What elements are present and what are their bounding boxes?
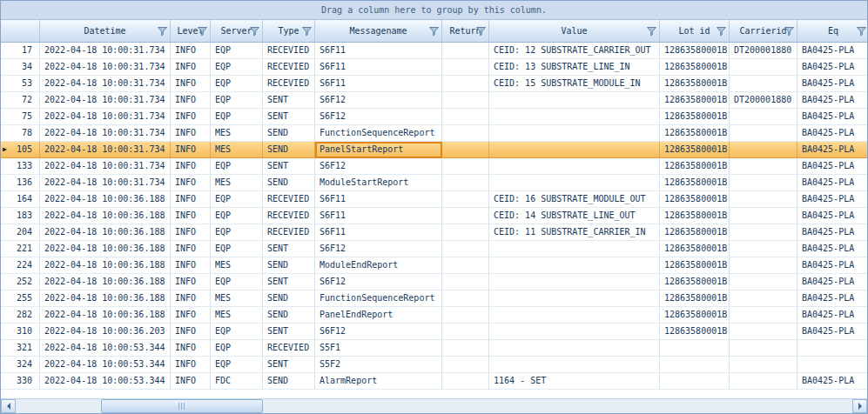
cell-id[interactable]: 72 <box>1 92 40 109</box>
cell-level[interactable]: INFO <box>171 125 211 142</box>
cell-eq[interactable]: BA0425-PLA <box>797 125 867 142</box>
table-row[interactable]: 3302022-04-18 10:00:53.344INFOFDCSENDAla… <box>1 373 867 390</box>
cell-lotid[interactable]: 12863580001B <box>660 191 730 208</box>
cell-id[interactable]: 183 <box>1 208 40 224</box>
cell-datetime[interactable]: 2022-04-18 10:00:53.344 <box>40 340 171 357</box>
cell-id[interactable]: ▶105 <box>1 142 40 158</box>
table-row[interactable]: 1332022-04-18 10:00:31.734INFOEQPSENTS6F… <box>1 158 867 175</box>
cell-ret[interactable] <box>442 373 489 390</box>
cell-level[interactable]: INFO <box>171 307 211 324</box>
cell-message[interactable]: S6F12 <box>315 92 442 109</box>
cell-level[interactable]: INFO <box>171 158 211 175</box>
cell-carrierid[interactable] <box>730 59 797 76</box>
cell-message[interactable]: S6F11 <box>315 191 442 208</box>
table-row[interactable]: 722022-04-18 10:00:31.734INFOEQPSENTS6F1… <box>1 92 867 109</box>
cell-eq[interactable] <box>797 340 867 357</box>
cell-value[interactable] <box>489 257 660 274</box>
filter-funnel-icon[interactable] <box>428 26 440 37</box>
cell-level[interactable]: INFO <box>171 373 211 390</box>
filter-funnel-icon[interactable] <box>157 26 168 37</box>
cell-type[interactable]: RECEVIED <box>263 59 315 76</box>
cell-server[interactable]: EQP <box>211 59 263 76</box>
cell-carrierid[interactable] <box>730 257 797 274</box>
cell-level[interactable]: INFO <box>171 224 211 241</box>
cell-value[interactable] <box>489 307 660 324</box>
cell-datetime[interactable]: 2022-04-18 10:00:36.188 <box>40 257 171 274</box>
cell-value[interactable] <box>489 357 660 373</box>
table-row[interactable]: 2522022-04-18 10:00:36.188INFOEQPSENTS6F… <box>1 274 867 290</box>
cell-datetime[interactable]: 2022-04-18 10:00:31.734 <box>40 92 171 109</box>
cell-datetime[interactable]: 2022-04-18 10:00:36.188 <box>40 274 171 290</box>
cell-level[interactable]: INFO <box>171 290 211 307</box>
cell-lotid[interactable]: 12863580001B <box>660 208 730 224</box>
cell-ret[interactable] <box>442 109 489 125</box>
cell-server[interactable]: EQP <box>211 109 263 125</box>
filter-funnel-icon[interactable] <box>716 26 727 37</box>
cell-server[interactable]: MES <box>211 175 263 191</box>
table-row[interactable]: 342022-04-18 10:00:31.734INFOEQPRECEVIED… <box>1 59 867 76</box>
cell-carrierid[interactable] <box>730 307 797 324</box>
cell-ret[interactable] <box>442 241 489 257</box>
cell-carrierid[interactable] <box>730 158 797 175</box>
cell-message[interactable]: S6F11 <box>315 76 442 92</box>
column-header-ret[interactable]: Return <box>442 20 489 42</box>
cell-server[interactable]: EQP <box>211 43 263 59</box>
cell-eq[interactable]: BA0425-PLA <box>797 224 867 241</box>
filter-funnel-icon[interactable] <box>646 26 657 37</box>
cell-value[interactable]: 1164 - SET <box>489 373 660 390</box>
cell-type[interactable]: SEND <box>263 257 315 274</box>
cell-ret[interactable] <box>442 208 489 224</box>
scrollbar-thumb[interactable] <box>101 399 263 413</box>
group-by-panel[interactable]: Drag a column here to group by this colu… <box>1 1 867 20</box>
cell-type[interactable]: SEND <box>263 142 315 158</box>
cell-lotid[interactable]: 12863580001B <box>660 125 730 142</box>
column-header-server[interactable]: Server <box>211 20 263 42</box>
column-header-carrierid[interactable]: Carrierid <box>730 20 797 42</box>
cell-level[interactable]: INFO <box>171 191 211 208</box>
cell-type[interactable]: RECEVIED <box>263 340 315 357</box>
horizontal-scrollbar[interactable] <box>1 398 867 413</box>
cell-ret[interactable] <box>442 76 489 92</box>
cell-id[interactable]: 310 <box>1 324 40 340</box>
cell-type[interactable]: SENT <box>263 357 315 373</box>
table-row[interactable]: 1362022-04-18 10:00:31.734INFOMESSENDMod… <box>1 175 867 191</box>
cell-carrierid[interactable] <box>730 241 797 257</box>
cell-message[interactable]: S6F11 <box>315 59 442 76</box>
cell-datetime[interactable]: 2022-04-18 10:00:36.188 <box>40 241 171 257</box>
cell-carrierid[interactable] <box>730 340 797 357</box>
cell-server[interactable]: MES <box>211 307 263 324</box>
cell-type[interactable]: SENT <box>263 158 315 175</box>
column-header-lotid[interactable]: Lot id <box>660 20 730 42</box>
cell-eq[interactable]: BA0425-PLA <box>797 43 867 59</box>
cell-datetime[interactable]: 2022-04-18 10:00:31.734 <box>40 76 171 92</box>
cell-eq[interactable]: BA0425-PLA <box>797 59 867 76</box>
cell-value[interactable]: CEID: 16 SUBSTRATE_MODULE_OUT <box>489 191 660 208</box>
scroll-left-button[interactable] <box>1 399 16 413</box>
table-row[interactable]: 1832022-04-18 10:00:36.188INFOEQPRECEVIE… <box>1 208 867 224</box>
cell-message[interactable]: PanelStartReport <box>315 142 442 158</box>
column-header-value[interactable]: Value <box>489 20 660 42</box>
cell-message[interactable]: PanelEndReport <box>315 307 442 324</box>
filter-funnel-icon[interactable] <box>249 26 260 37</box>
cell-carrierid[interactable] <box>730 324 797 340</box>
cell-carrierid[interactable] <box>730 224 797 241</box>
cell-message[interactable]: S6F11 <box>315 43 442 59</box>
cell-server[interactable]: EQP <box>211 241 263 257</box>
cell-ret[interactable] <box>442 324 489 340</box>
table-row[interactable]: 2212022-04-18 10:00:36.188INFOEQPSENTS6F… <box>1 241 867 257</box>
cell-lotid[interactable]: 12863580001B <box>660 274 730 290</box>
column-header-id[interactable] <box>1 20 40 42</box>
cell-ret[interactable] <box>442 357 489 373</box>
cell-level[interactable]: INFO <box>171 43 211 59</box>
cell-lotid[interactable]: 12863580001B <box>660 224 730 241</box>
cell-id[interactable]: 34 <box>1 59 40 76</box>
cell-lotid[interactable]: 12863580001B <box>660 324 730 340</box>
cell-carrierid[interactable] <box>730 142 797 158</box>
cell-eq[interactable]: BA0425-PLA <box>797 76 867 92</box>
cell-value[interactable] <box>489 290 660 307</box>
column-header-datetime[interactable]: Datetime <box>40 20 171 42</box>
cell-id[interactable]: 164 <box>1 191 40 208</box>
cell-id[interactable]: 255 <box>1 290 40 307</box>
table-row[interactable]: 782022-04-18 10:00:31.734INFOMESSENDFunc… <box>1 125 867 142</box>
cell-value[interactable] <box>489 175 660 191</box>
